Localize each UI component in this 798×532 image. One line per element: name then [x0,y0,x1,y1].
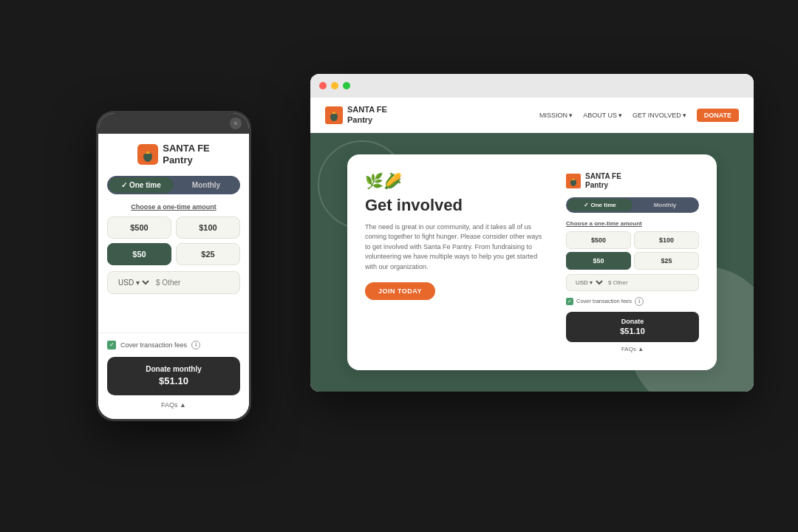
desktop-currency-select[interactable]: USD ▾ [573,279,605,287]
card-title: Get involved [365,196,548,215]
mobile-content: SANTA FE Pantry ✓ One time Monthly Choos… [98,134,249,332]
mobile-phone: × SANTA FE Pantry ✓ One time [96,111,251,421]
svg-point-8 [143,150,146,154]
mobile-toggle-tabs: ✓ One time Monthly [107,176,240,194]
browser-titlebar [310,74,754,98]
mobile-checkbox-row: ✓ Cover transaction fees ℹ [107,341,240,349]
desktop-amount-50[interactable]: $50 [566,252,631,270]
mobile-amount-100[interactable]: $100 [176,216,240,239]
mobile-cover-fees-label: Cover transaction fees [120,341,187,349]
mobile-amount-25[interactable]: $25 [176,243,240,265]
mobile-close-button[interactable]: × [230,117,242,129]
svg-point-5 [570,178,572,180]
mobile-other-input[interactable] [156,279,249,287]
desktop-faqs-link[interactable]: FAQs ▲ [566,346,699,352]
card-right-logo: SANTA FE Pantry [566,172,699,190]
browser-window: SANTA FE Pantry MISSION ▾ ABOUT US ▾ GET… [310,74,754,392]
nav-get-involved[interactable]: GET INVOLVED ▾ [632,112,686,119]
mobile-donate-label: Donate monthly [115,364,233,375]
desktop-checkbox-row: ✓ Cover transaction fees ℹ [566,297,699,306]
mobile-donate-amount: $51.10 [115,375,233,388]
mobile-tab-one-time[interactable]: ✓ One time [109,177,174,193]
mobile-amount-grid: $500 $100 $50 $25 [107,216,240,265]
browser-dot-yellow[interactable] [331,82,338,89]
mobile-bottom-section: ✓ Cover transaction fees ℹ Donate monthl… [98,332,249,419]
mobile-currency-select[interactable]: USD ▾ [115,278,151,287]
mobile-topbar: × [98,113,249,134]
desktop-tab-monthly[interactable]: Monthly [632,199,698,211]
desktop-info-icon[interactable]: ℹ [635,297,644,306]
desktop-amount-500[interactable]: $500 [566,231,631,249]
nav-logo-text: SANTA FE Pantry [347,105,387,124]
mobile-tab-monthly[interactable]: Monthly [174,177,239,193]
mobile-inner: × SANTA FE Pantry ✓ One time [98,113,249,419]
mobile-info-icon[interactable]: ℹ [191,341,200,349]
card-description: The need is great in our community, and … [365,222,548,273]
nav-donate-button[interactable]: DONATE [697,109,739,122]
mobile-logo-icon [137,144,158,165]
mobile-faqs-link[interactable]: FAQs ▲ [107,401,240,409]
card-decorative-icons: 🌿🌽 [365,172,548,190]
nav-about[interactable]: ABOUT US ▾ [583,112,622,119]
card-logo-icon [566,174,581,188]
logo-icon [325,106,343,124]
mobile-logo-text: SANTA FE Pantry [163,143,210,166]
desktop-other-input[interactable] [608,279,692,286]
mobile-amount-500[interactable]: $500 [107,216,171,239]
browser-dot-green[interactable] [343,82,350,89]
desktop-amount-grid: $500 $100 $50 $25 [566,231,699,270]
desktop-other-row: USD ▾ [566,274,699,291]
mobile-other-row: USD ▾ [107,271,240,294]
desktop-cover-fees-label: Cover transaction fees [576,298,632,304]
desktop-cover-fees-checkbox[interactable]: ✓ [566,298,573,305]
card-left-section: 🌿🌽 Get involved The need is great in our… [365,172,548,353]
desktop-tab-one-time[interactable]: ✓ One time [567,199,632,211]
desktop-donation-card: 🌿🌽 Get involved The need is great in our… [347,154,717,371]
mobile-cover-fees-checkbox[interactable]: ✓ [107,341,116,349]
desktop-donate-button[interactable]: Donate $51.10 [566,312,699,343]
desktop-choose-label: Choose a one-time amount [566,220,699,227]
nav-mission[interactable]: MISSION ▾ [539,112,573,119]
mobile-donate-button[interactable]: Donate monthly $51.10 [107,357,240,395]
desktop-amount-25[interactable]: $25 [634,252,699,270]
site-logo: SANTA FE Pantry [325,105,387,124]
site-nav: SANTA FE Pantry MISSION ▾ ABOUT US ▾ GET… [310,98,754,133]
card-logo-text: SANTA FE Pantry [585,172,621,190]
browser-dot-red[interactable] [319,82,327,89]
card-right-section: SANTA FE Pantry ✓ One time Monthly Choos… [566,172,699,353]
desktop-donate-amount: $51.10 [572,326,693,336]
mobile-choose-label: Choose a one-time amount [107,203,240,211]
desktop-donate-label: Donate [572,318,693,327]
mobile-amount-50[interactable]: $50 [107,243,171,265]
site-content-area: 🌿🌽 Get involved The need is great in our… [310,133,754,392]
desktop-amount-100[interactable]: $100 [634,231,699,249]
join-today-button[interactable]: JOIN TODAY [365,282,435,300]
mobile-logo-area: SANTA FE Pantry [107,143,240,166]
nav-links: MISSION ▾ ABOUT US ▾ GET INVOLVED ▾ DONA… [539,109,739,122]
desktop-toggle-tabs: ✓ One time Monthly [566,197,699,213]
svg-point-2 [330,112,332,115]
